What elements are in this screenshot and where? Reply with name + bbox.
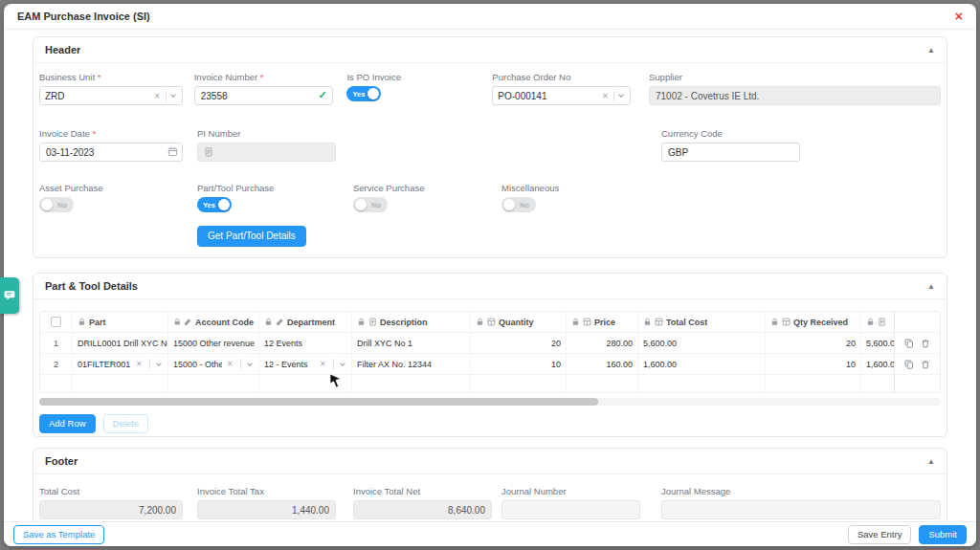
purchase-invoice-window: EAM Purchase Invoice (SI) × Header ▲ Bus… [4, 4, 976, 546]
currency-code-label: Currency Code [661, 128, 941, 139]
cell-qty-received[interactable]: 20 [766, 333, 861, 353]
part-tool-purchase-label: Part/Tool Purchase [197, 183, 353, 193]
grid-scroll-area: Part Account Code Department [40, 312, 894, 392]
invoice-total-net-label: Invoice Total Net [353, 486, 501, 496]
invoice-number-input[interactable] [194, 86, 333, 105]
lock-icon [770, 318, 779, 326]
part-tool-purchase-toggle[interactable]: Yes [197, 197, 232, 212]
part-tool-collapse-icon[interactable]: ▲ [927, 282, 935, 291]
divider [613, 91, 614, 101]
clear-icon[interactable]: × [151, 91, 163, 101]
cell-quantity[interactable]: 10 [471, 354, 567, 374]
cell-part-select[interactable]: 01FILTER001 - Filter A... × [73, 354, 168, 374]
journal-number-label: Journal Number [501, 486, 661, 496]
column-header-department[interactable]: Department [287, 318, 335, 327]
toggle-knob [503, 199, 515, 210]
chevron-down-icon[interactable] [246, 361, 254, 368]
header-collapse-icon[interactable]: ▲ [927, 46, 935, 55]
get-part-tool-details-button[interactable]: Get Part/Tool Details [197, 226, 306, 247]
add-row-button[interactable]: Add Row [39, 414, 96, 433]
header-section-title: Header [45, 44, 80, 55]
copy-row-icon[interactable] [904, 339, 914, 348]
journal-message-input[interactable] [661, 500, 941, 519]
copy-row-icon[interactable] [904, 360, 914, 369]
column-header-quantity[interactable]: Quantity [499, 318, 534, 327]
toggle-state: Yes [203, 201, 215, 209]
column-header-total-cost[interactable]: Total Cost [666, 318, 707, 327]
invoice-total-net-field: 8,640.00 [353, 500, 492, 519]
select-all-checkbox[interactable] [51, 317, 61, 327]
column-header-account-code[interactable]: Account Code [195, 318, 254, 327]
footer-section-head: Footer ▲ [33, 449, 947, 474]
cell-account-code[interactable]: 15000 Other revenue [168, 333, 259, 353]
pi-number-label: PI Number [197, 128, 353, 139]
column-header-part[interactable]: Part [89, 318, 106, 327]
cell-received-cost[interactable]: 5,600.00 [861, 333, 894, 353]
is-po-invoice-toggle[interactable]: Yes [346, 86, 381, 101]
calendar-icon[interactable] [167, 146, 178, 157]
toggle-knob [368, 88, 379, 99]
grid-header-row: Part Account Code Department [40, 312, 894, 333]
table-row[interactable]: 2 01FILTER001 - Filter A... × 15000 - Ot… [40, 354, 894, 375]
chevron-down-icon[interactable] [169, 92, 177, 99]
cell-quantity[interactable]: 20 [471, 333, 567, 353]
bottom-action-bar: Save as Template Save Entry Submit [4, 521, 976, 546]
save-as-template-button[interactable]: Save as Template [13, 525, 104, 544]
close-icon[interactable]: × [955, 10, 963, 23]
cell-account-code-select[interactable]: 15000 - Other reven... × [168, 354, 259, 374]
cell-total-cost[interactable]: 5,600.00 [638, 333, 766, 353]
clear-icon[interactable]: × [133, 359, 145, 369]
delete-row-icon[interactable] [921, 339, 930, 348]
cell-received-cost[interactable]: 1,600.00 [861, 354, 894, 374]
part-tool-section-head: Part & Tool Details ▲ [33, 274, 947, 299]
chevron-down-icon[interactable] [155, 361, 163, 368]
submit-button[interactable]: Submit [919, 525, 967, 544]
lock-icon [78, 318, 86, 326]
purchase-order-no-label: Purchase Order No [492, 72, 649, 82]
invoice-date-input[interactable] [39, 143, 183, 162]
save-entry-button[interactable]: Save Entry [848, 525, 911, 544]
delete-button[interactable]: Delete [103, 414, 148, 433]
clear-icon[interactable]: × [600, 91, 612, 101]
cell-description[interactable]: Drill XYC No 1 [352, 333, 471, 353]
journal-number-input[interactable] [501, 500, 640, 519]
service-purchase-toggle[interactable]: No [353, 197, 388, 212]
cell-description[interactable]: Filter AX No. 12344 [352, 354, 471, 374]
scrollbar-thumb[interactable] [39, 398, 598, 406]
lock-icon [571, 318, 580, 326]
feedback-tab[interactable] [0, 277, 19, 314]
cell-qty-received[interactable]: 10 [766, 354, 861, 374]
column-header-description[interactable]: Description [380, 318, 428, 327]
chevron-down-icon[interactable] [339, 361, 346, 368]
chevron-down-icon[interactable] [617, 92, 625, 99]
table-row-empty[interactable] [40, 375, 894, 392]
table-row[interactable]: 1 DRILL0001 Drill XYC No 1 15000 Other r… [40, 333, 894, 354]
document-icon [204, 147, 213, 157]
currency-code-input[interactable] [661, 143, 800, 162]
cell-department[interactable]: 12 Events [259, 333, 352, 353]
business-unit-label: Business Unit [39, 72, 194, 82]
business-unit-select[interactable]: ZRD × [39, 86, 183, 105]
row-number: 2 [54, 360, 58, 369]
total-cost-field: 7,200.00 [39, 500, 183, 519]
cell-part[interactable]: DRILL0001 Drill XYC No 1 [73, 333, 168, 353]
part-tool-section: Part & Tool Details ▲ Part [33, 273, 947, 437]
invoice-date-label: Invoice Date [39, 128, 197, 139]
cell-department-select[interactable]: 12 - Events × [259, 354, 352, 374]
column-header-price[interactable]: Price [594, 318, 615, 327]
valid-check-icon: ✓ [318, 89, 326, 101]
clear-icon[interactable]: × [224, 359, 235, 369]
column-header-qty-received[interactable]: Qty Received [793, 318, 848, 327]
cell-price[interactable]: 160.00 [567, 354, 638, 374]
miscellaneous-toggle[interactable]: No [501, 197, 536, 212]
asset-purchase-toggle[interactable]: No [39, 197, 74, 212]
service-purchase-label: Service Purchase [353, 183, 501, 193]
footer-collapse-icon[interactable]: ▲ [927, 457, 935, 466]
pencil-icon [184, 318, 191, 326]
cell-price[interactable]: 280.00 [567, 333, 638, 353]
clear-icon[interactable]: × [317, 359, 328, 369]
cell-total-cost[interactable]: 1,600.00 [638, 354, 766, 374]
delete-row-icon[interactable] [921, 360, 930, 369]
toggle-knob [355, 199, 367, 210]
purchase-order-no-select[interactable]: PO-000141 × [492, 86, 631, 105]
